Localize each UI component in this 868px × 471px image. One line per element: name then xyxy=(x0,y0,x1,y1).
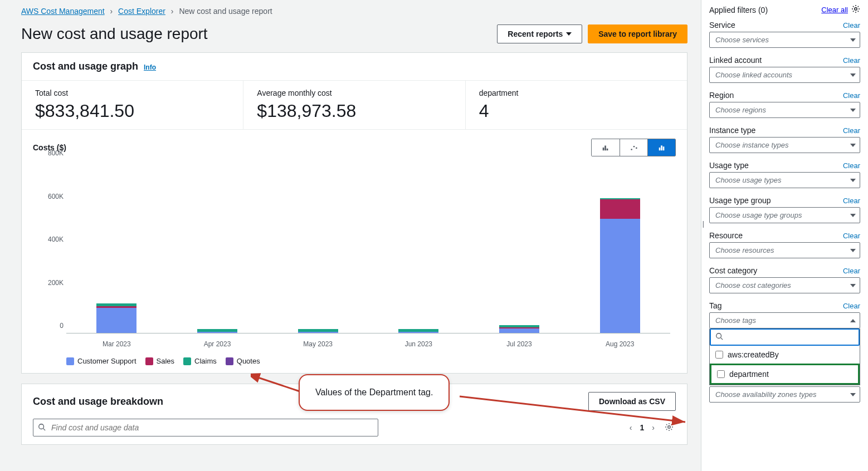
legend-item: Quotes xyxy=(226,357,260,365)
caret-down-icon xyxy=(850,393,856,396)
pager-next-icon[interactable]: › xyxy=(650,421,657,434)
filter-usage-type: Usage type Clear Choose usage types xyxy=(709,161,860,188)
caret-down-icon xyxy=(850,144,856,147)
filter-clear-resource[interactable]: Clear xyxy=(843,232,860,240)
bar-group xyxy=(600,198,640,333)
filter-clear-usage-type[interactable]: Clear xyxy=(843,161,860,170)
applied-filters-label: Applied filters (0) xyxy=(709,6,768,14)
x-tick: Aug 2023 xyxy=(606,340,634,348)
caret-down-icon xyxy=(850,179,856,182)
breadcrumb-root[interactable]: AWS Cost Management xyxy=(21,7,105,16)
svg-point-16 xyxy=(716,333,721,338)
graph-card-title: Cost and usage graph xyxy=(33,61,138,72)
legend-swatch xyxy=(226,357,233,365)
tag-search-input-wrap xyxy=(710,328,860,346)
bar-segment xyxy=(298,332,338,333)
caret-down-icon xyxy=(566,32,572,36)
x-tick: Apr 2023 xyxy=(204,340,231,348)
filter-service: Service Clear Choose services xyxy=(709,21,860,48)
cost-usage-graph-card: Cost and usage graph Info Total cost $83… xyxy=(21,52,687,374)
caret-down-icon xyxy=(850,214,856,217)
filter-clear-tag[interactable]: Clear xyxy=(843,302,860,310)
pager-prev-icon[interactable]: ‹ xyxy=(627,421,635,434)
svg-rect-8 xyxy=(662,146,664,150)
bar-group xyxy=(398,329,438,333)
filter-clear-usage-type-group[interactable]: Clear xyxy=(843,197,860,205)
svg-point-15 xyxy=(855,8,857,10)
panel-collapse-handle[interactable]: | | xyxy=(701,217,705,230)
legend-swatch xyxy=(66,357,74,365)
filter-clear-cost-category[interactable]: Clear xyxy=(843,267,860,275)
filter-label-tag: Tag xyxy=(709,301,722,310)
y-tick: 800K xyxy=(48,149,64,157)
download-csv-button[interactable]: Download as CSV xyxy=(588,392,676,411)
page-title: New cost and usage report xyxy=(21,25,208,43)
filter-select-usage-type-group[interactable]: Choose usage type groups xyxy=(709,207,860,223)
filter-select-service[interactable]: Choose services xyxy=(709,32,860,48)
y-tick: 200K xyxy=(48,279,64,287)
filter-clear-service[interactable]: Clear xyxy=(843,21,860,30)
search-icon xyxy=(38,423,46,433)
filter-label-service: Service xyxy=(709,21,735,30)
breakdown-search-input[interactable] xyxy=(33,419,378,436)
filter-resource: Resource Clear Choose resources xyxy=(709,231,860,258)
recent-reports-button[interactable]: Recent reports xyxy=(497,24,582,43)
clear-all-link[interactable]: Clear all xyxy=(821,6,848,14)
svg-rect-9 xyxy=(661,146,662,148)
bar-segment xyxy=(398,332,438,333)
caret-down-icon xyxy=(850,73,856,77)
filter-select-instance-type[interactable]: Choose instance types xyxy=(709,137,860,153)
filter-select-linked-account[interactable]: Choose linked accounts xyxy=(709,67,860,83)
pager-page-number: 1 xyxy=(640,423,645,432)
filter-clear-region[interactable]: Clear xyxy=(843,91,860,100)
breadcrumb-cost-explorer[interactable]: Cost Explorer xyxy=(118,7,165,16)
stat-total-cost: Total cost $833,841.50 xyxy=(22,81,243,129)
filter-select-cost-category[interactable]: Choose cost categories xyxy=(709,277,860,293)
svg-line-11 xyxy=(43,429,46,431)
tag-option-aws-createdby[interactable]: aws:createdBy xyxy=(710,346,860,364)
tag-checkbox-aws-createdby[interactable] xyxy=(715,351,723,359)
caret-down-icon xyxy=(850,284,856,287)
y-tick: 400K xyxy=(48,236,64,243)
filter-label-instance-type: Instance type xyxy=(709,126,755,135)
chevron-right-icon: › xyxy=(110,7,113,16)
svg-point-4 xyxy=(633,146,635,148)
bar-segment xyxy=(197,332,237,333)
filter-select-region[interactable]: Choose regions xyxy=(709,102,860,118)
svg-point-3 xyxy=(631,149,632,150)
stat-department-count: department 4 xyxy=(465,81,687,129)
filter-label-cost-category: Cost category xyxy=(709,266,757,275)
caret-up-icon xyxy=(850,319,856,322)
legend-item: Customer Support xyxy=(66,357,136,365)
chart-type-stacked-icon[interactable] xyxy=(647,139,675,156)
filter-select-az[interactable]: Choose availability zones types xyxy=(709,386,860,403)
filter-clear-instance-type[interactable]: Clear xyxy=(843,126,860,135)
filter-cost-category: Cost category Clear Choose cost categori… xyxy=(709,266,860,293)
stat-avg-cost: Average monthly cost $138,973.58 xyxy=(243,81,465,129)
bar-segment xyxy=(499,328,539,333)
tag-checkbox-department[interactable] xyxy=(717,370,725,378)
filter-clear-linked-account[interactable]: Clear xyxy=(843,56,860,65)
x-tick: Jun 2023 xyxy=(405,340,432,348)
filter-select-tag[interactable]: Choose tags xyxy=(709,312,860,328)
breakdown-title: Cost and usage breakdown xyxy=(33,396,163,408)
legend-item: Sales xyxy=(145,357,175,365)
legend-swatch xyxy=(145,357,153,365)
tag-option-department[interactable]: department xyxy=(710,364,860,385)
tag-search-input[interactable] xyxy=(726,333,854,341)
save-report-button[interactable]: Save to report library xyxy=(588,24,687,43)
chart-type-bar-icon[interactable] xyxy=(592,139,620,156)
bar-group xyxy=(197,329,237,333)
info-link[interactable]: Info xyxy=(144,63,156,71)
gear-icon[interactable] xyxy=(851,4,860,15)
chart-legend: Customer SupportSalesClaimsQuotes xyxy=(22,355,687,373)
table-settings-icon[interactable] xyxy=(662,420,676,435)
bar-segment xyxy=(96,308,136,333)
filter-select-usage-type[interactable]: Choose usage types xyxy=(709,172,860,188)
bar-group xyxy=(96,303,136,333)
annotation-callout: Values of the Department tag. xyxy=(299,374,450,411)
filter-select-resource[interactable]: Choose resources xyxy=(709,242,860,258)
bar-group xyxy=(298,329,338,333)
chart-type-line-icon[interactable] xyxy=(620,139,647,156)
cost-chart: 0200K400K600K800K Mar 2023Apr 2023May 20… xyxy=(33,161,676,350)
